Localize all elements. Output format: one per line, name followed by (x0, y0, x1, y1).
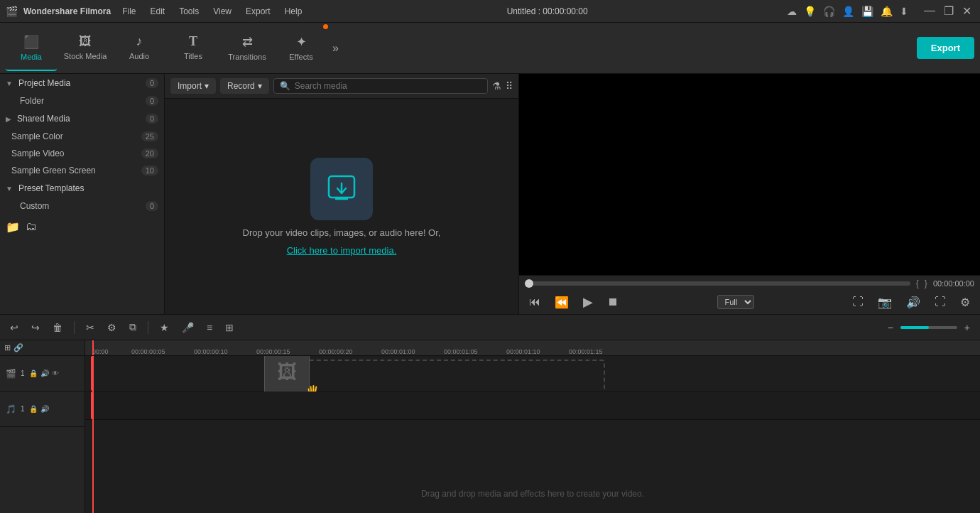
track-icons-audio: 🔒 🔊 (29, 405, 49, 413)
bulb-icon[interactable]: 💡 (804, 6, 816, 17)
zoom-bar[interactable] (900, 326, 957, 329)
toolbar-audio[interactable]: ♪ Audio (114, 26, 165, 71)
play-btn[interactable]: ▶ (579, 293, 597, 311)
sidebar-child-custom[interactable]: Custom 0 (0, 198, 164, 215)
sidebar-sample-color[interactable]: Sample Color 25 (0, 128, 164, 145)
drop-import-icon[interactable] (310, 158, 373, 220)
sidebar-sample-green-screen[interactable]: Sample Green Screen 10 (0, 162, 164, 179)
delete-btn[interactable]: 🗑 (48, 320, 67, 335)
fit-screen-btn[interactable]: ⛶ (848, 294, 868, 310)
adjust-btn[interactable]: ⚙ (103, 320, 121, 335)
full-screen-btn[interactable]: ⛶ (930, 294, 950, 310)
tl-divider-2 (148, 321, 148, 334)
sidebar-section-project-media: ▼ Project Media 0 Folder 0 (0, 74, 164, 109)
redo-btn[interactable]: ↪ (27, 320, 44, 335)
motion-track-btn[interactable]: ⊞ (221, 320, 238, 335)
menu-view[interactable]: View (207, 5, 237, 18)
headphone-icon[interactable]: 🎧 (823, 6, 835, 17)
sample-green-screen-label: Sample Green Screen (11, 166, 96, 176)
menu-export[interactable]: Export (240, 5, 276, 18)
minimize-btn[interactable]: — (921, 4, 938, 18)
screenshot-btn[interactable]: 📷 (873, 294, 896, 310)
undo-btn[interactable]: ↩ (6, 320, 23, 335)
skip-back-btn[interactable]: ⏮ (525, 294, 545, 310)
sample-color-label: Sample Color (11, 131, 63, 141)
sidebar-preset-templates-header[interactable]: ▼ Preset Templates (0, 179, 164, 198)
link-icon[interactable]: 🔗 (13, 343, 23, 352)
audio-lock-btn[interactable]: 🔒 (29, 405, 38, 413)
snap-icon[interactable]: ⊞ (4, 343, 11, 352)
import-dropdown-icon: ▾ (205, 81, 209, 91)
ruler-marks: 00:00 00:00:00:05 00:00:00:10 00:00:00:1… (85, 340, 631, 355)
delete-folder-icon[interactable]: 🗂 (26, 220, 37, 234)
menu-edit[interactable]: Edit (144, 5, 170, 18)
track-eye-btn[interactable]: 👁 (52, 369, 59, 377)
toolbar-transitions[interactable]: ⇄ Transitions (222, 26, 273, 71)
save-icon[interactable]: 💾 (861, 6, 873, 17)
toolbar-titles[interactable]: T Titles (168, 26, 219, 71)
toolbar-media[interactable]: ⬛ Media (6, 26, 57, 71)
zoom-out-btn[interactable]: − (883, 320, 898, 335)
sidebar-sample-video[interactable]: Sample Video 20 (0, 145, 164, 162)
export-button[interactable]: Export (917, 37, 974, 59)
search-input[interactable] (295, 81, 481, 91)
download-icon[interactable]: ⬇ (900, 6, 908, 17)
window-controls: — ❐ ✕ (921, 4, 974, 18)
audio-mute-btn[interactable]: 🔊 (40, 405, 49, 413)
timeline: ⊞ 🔗 🎬 1 🔒 🔊 👁 🎵 1 🔒 🔊 (0, 340, 980, 513)
frame-back-btn[interactable]: ⏪ (550, 294, 573, 310)
speed-btn[interactable]: ⧉ (125, 319, 141, 335)
preview-buttons: ⏮ ⏪ ▶ ⏹ Full 1/2 1/4 ⛶ 📷 🔊 ⛶ ⚙ (525, 293, 974, 311)
sidebar-section-shared-media: ▶ Shared Media 0 (0, 109, 164, 128)
audio-btn[interactable]: 🔊 (902, 294, 925, 310)
drop-link[interactable]: Click here to import media. (287, 245, 397, 256)
menu-tools[interactable]: Tools (173, 5, 205, 18)
transitions-label: Transitions (228, 53, 266, 61)
effects-tl-btn[interactable]: ★ (156, 320, 173, 335)
cloud-icon[interactable]: ☁ (787, 6, 797, 17)
track-labels: ⊞ 🔗 🎬 1 🔒 🔊 👁 🎵 1 🔒 🔊 (0, 340, 85, 513)
arrow-down2-icon: ▼ (6, 185, 13, 193)
title-bar-left: 🎬 Wondershare Filmora File Edit Tools Vi… (6, 5, 307, 18)
voice-btn[interactable]: 🎤 (178, 320, 198, 335)
quality-select[interactable]: Full 1/2 1/4 (717, 295, 754, 309)
project-media-count: 0 (146, 78, 158, 88)
maximize-btn[interactable]: ❐ (941, 4, 957, 18)
zoom-in-btn[interactable]: + (960, 320, 974, 335)
ruler-mark-1: 00:00:00:05 (131, 348, 194, 355)
sidebar-child-folder[interactable]: Folder 0 (0, 92, 164, 109)
title-bar-center: Untitled : 00:00:00:00 (507, 6, 588, 16)
toolbar-stock-media[interactable]: 🖼 Stock Media (60, 26, 111, 71)
multi-track-btn[interactable]: ≡ (202, 320, 217, 335)
track-mute-video-btn[interactable]: 🔊 (40, 369, 49, 377)
title-bar-right: ☁ 💡 🎧 👤 💾 🔔 ⬇ — ❐ ✕ (787, 4, 974, 18)
new-folder-icon[interactable]: 📁 (6, 220, 20, 234)
menu-file[interactable]: File (116, 5, 141, 18)
toolbar-effects[interactable]: ✦ Effects (276, 26, 327, 71)
sidebar-shared-media-header[interactable]: ▶ Shared Media 0 (0, 109, 164, 128)
project-title: Untitled : 00:00:00:00 (507, 6, 588, 16)
import-button[interactable]: Import ▾ (170, 78, 216, 94)
sidebar-project-media-header[interactable]: ▼ Project Media 0 (0, 74, 164, 92)
filter-icon[interactable]: ⚗ (492, 80, 501, 92)
video-track-row[interactable]: 🖼 🖐 (85, 356, 980, 392)
menu-help[interactable]: Help (279, 5, 308, 18)
record-button[interactable]: Record ▾ (220, 78, 269, 94)
grid-view-icon[interactable]: ⠿ (506, 80, 513, 92)
bottom-area: ↩ ↪ 🗑 ✂ ⚙ ⧉ ★ 🎤 ≡ ⊞ − + ⊞ 🔗 🎬 (0, 314, 980, 513)
cut-btn[interactable]: ✂ (82, 320, 99, 335)
mark-out-icon[interactable]: } (925, 279, 927, 288)
settings-btn[interactable]: ⚙ (956, 294, 974, 310)
toolbar-more-btn[interactable]: » (330, 36, 342, 60)
audio-track-row[interactable] (85, 392, 980, 420)
track-lock-btn[interactable]: 🔒 (29, 369, 38, 377)
stop-btn[interactable]: ⏹ (603, 294, 623, 310)
prev-btn-group: ⏮ ⏪ ▶ ⏹ (525, 293, 623, 311)
user-icon[interactable]: 👤 (842, 6, 854, 17)
close-btn[interactable]: ✕ (959, 4, 974, 18)
timeline-bar[interactable] (525, 281, 910, 286)
mark-in-icon[interactable]: { (916, 279, 919, 288)
notification-icon[interactable]: 🔔 (881, 6, 893, 17)
arrow-down-icon: ▼ (6, 80, 13, 87)
preview-controls: { } 00:00:00:00 ⏮ ⏪ ▶ ⏹ Full 1/2 1/4 ⛶ (519, 275, 980, 314)
